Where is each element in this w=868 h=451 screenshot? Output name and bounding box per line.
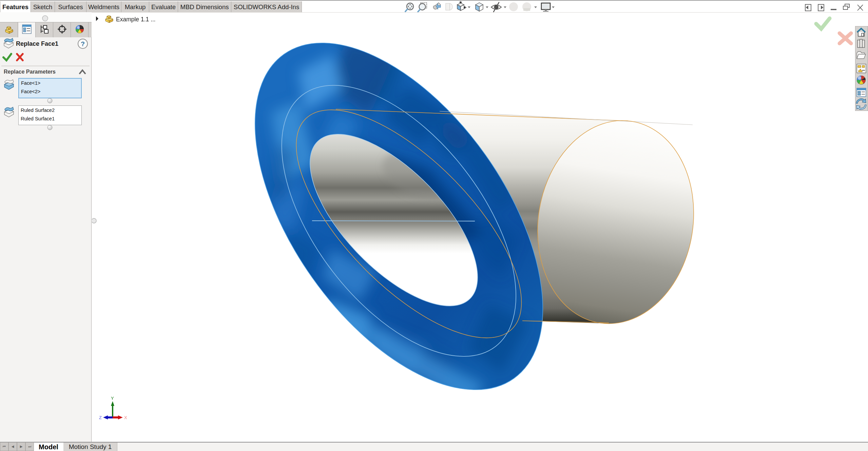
svg-text:Z: Z	[99, 415, 102, 420]
svg-text:?: ?	[81, 40, 85, 47]
svg-text:X: X	[124, 415, 127, 420]
svg-text:Example 1.1 ...: Example 1.1 ...	[116, 16, 156, 23]
svg-text:Y: Y	[111, 396, 114, 401]
